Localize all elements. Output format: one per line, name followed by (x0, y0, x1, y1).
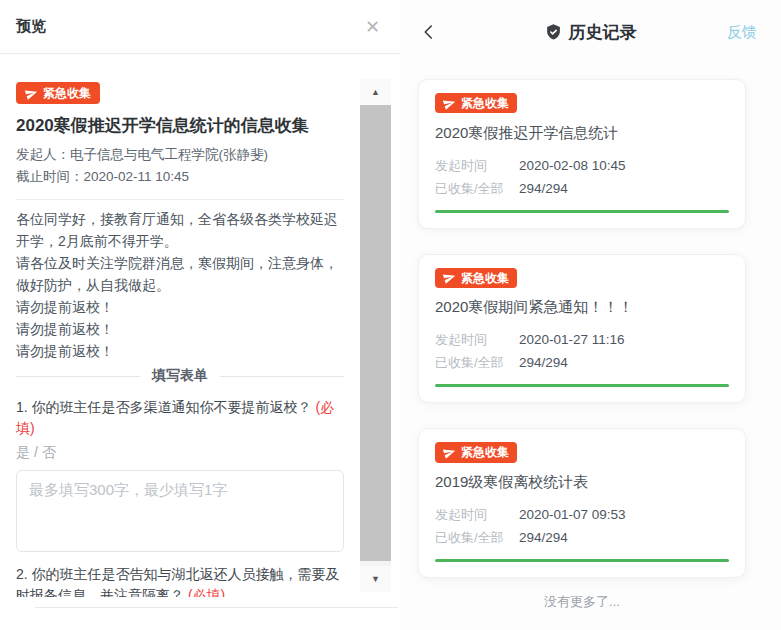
no-more-text: 没有更多了... (418, 593, 746, 611)
collected-label: 已收集/全部 (435, 354, 519, 372)
send-plane-icon (441, 270, 457, 286)
form-title: 2020寒假推迟开学信息统计的信息收集 (16, 115, 344, 137)
card-meta: 发起时间 2020-01-07 09:53 已收集/全部 294/294 (435, 506, 729, 547)
urgent-collect-badge: 紧急收集 (435, 442, 517, 462)
urgent-collect-badge: 紧急收集 (435, 93, 517, 113)
send-plane-icon (441, 95, 457, 111)
history-card[interactable]: 紧急收集 2020寒假期间紧急通知！！！ 发起时间 2020-01-27 11:… (418, 254, 746, 404)
deadline-value: 2020-02-11 10:45 (84, 169, 190, 184)
initiator-row: 发起人：电子信息与电气工程学院(张静斐) (16, 146, 344, 164)
urgent-badge-label: 紧急收集 (461, 96, 509, 110)
shield-check-icon (545, 24, 562, 41)
form-section-title: 填写表单 (152, 367, 208, 385)
question-1-answer-textarea[interactable] (16, 470, 344, 552)
divider-line-right (220, 376, 344, 377)
question-1-text: 1. 你的班主任是否多渠道通知你不要提前返校？ (必填) (16, 397, 344, 439)
collected-row: 已收集/全部 294/294 (435, 529, 729, 547)
card-title: 2020寒假期间紧急通知！！！ (435, 298, 729, 317)
history-card[interactable]: 紧急收集 2019级寒假离校统计表 发起时间 2020-01-07 09:53 … (418, 428, 746, 578)
chevron-left-icon (420, 23, 438, 41)
form-section-divider: 填写表单 (16, 367, 344, 385)
history-card-list: 紧急收集 2020寒假推迟开学信息统计 发起时间 2020-02-08 10:4… (400, 64, 781, 611)
history-title-wrap: 历史记录 (545, 21, 637, 44)
scroll-down-icon[interactable]: ▼ (360, 566, 391, 592)
history-title: 历史记录 (569, 21, 637, 44)
start-time-label: 发起时间 (435, 331, 519, 349)
question-2-required-tag: (必填) (188, 587, 225, 597)
collected-value: 294/294 (519, 355, 568, 370)
urgent-collect-badge: 紧急收集 (435, 268, 517, 288)
collected-label: 已收集/全部 (435, 529, 519, 547)
close-icon[interactable]: ✕ (365, 18, 380, 36)
history-panel: 历史记录 反馈 紧急收集 2020寒假推迟开学信息统计 发起时间 2020-02… (400, 0, 781, 630)
question-2: 2. 你的班主任是否告知与湖北返还人员接触，需要及时报备信息，并注意隔离？ (必… (16, 564, 344, 597)
initiator-label: 发起人： (16, 147, 70, 162)
history-header: 历史记录 反馈 (400, 0, 781, 64)
card-meta: 发起时间 2020-02-08 10:45 已收集/全部 294/294 (435, 157, 729, 198)
question-1-label: 1. 你的班主任是否多渠道通知你不要提前返校？ (16, 399, 312, 415)
preview-title: 预览 (16, 17, 46, 36)
urgent-badge-label: 紧急收集 (461, 445, 509, 459)
preview-panel: 预览 ✕ 紧急收集 2020寒假推迟开学信息统计的信息收集 发起人：电子信息与电… (0, 0, 400, 630)
question-1: 1. 你的班主任是否多渠道通知你不要提前返校？ (必填) 是 / 否 (16, 397, 344, 552)
start-time-label: 发起时间 (435, 506, 519, 524)
feedback-link[interactable]: 反馈 (727, 23, 757, 42)
card-title: 2020寒假推迟开学信息统计 (435, 124, 729, 143)
initiator-value: 电子信息与电气工程学院(张静斐) (70, 147, 268, 162)
start-time-row: 发起时间 2020-02-08 10:45 (435, 157, 729, 175)
card-meta: 发起时间 2020-01-27 11:16 已收集/全部 294/294 (435, 331, 729, 372)
urgent-collect-badge: 紧急收集 (16, 82, 100, 104)
back-button[interactable] (420, 23, 438, 41)
progress-bar (435, 559, 729, 562)
collected-value: 294/294 (519, 181, 568, 196)
question-1-options-hint: 是 / 否 (16, 444, 344, 462)
preview-header: 预览 ✕ (0, 0, 400, 54)
send-plane-icon (23, 85, 39, 101)
start-time-value: 2020-01-07 09:53 (519, 507, 626, 522)
question-2-text: 2. 你的班主任是否告知与湖北返还人员接触，需要及时报备信息，并注意隔离？ (必… (16, 564, 344, 597)
notice-description: 各位同学好，接教育厅通知，全省各级各类学校延迟开学，2月底前不得开学。 请各位及… (16, 208, 344, 362)
start-time-row: 发起时间 2020-01-07 09:53 (435, 506, 729, 524)
send-plane-icon (441, 444, 457, 460)
scroll-up-icon[interactable]: ▲ (360, 79, 391, 105)
collected-row: 已收集/全部 294/294 (435, 180, 729, 198)
preview-scroll-area[interactable]: 紧急收集 2020寒假推迟开学信息统计的信息收集 发起人：电子信息与电气工程学院… (0, 55, 360, 597)
progress-bar (435, 384, 729, 387)
progress-bar (435, 210, 729, 213)
question-2-label: 2. 你的班主任是否告知与湖北返还人员接触，需要及时报备信息，并注意隔离？ (16, 566, 340, 597)
start-time-label: 发起时间 (435, 157, 519, 175)
start-time-value: 2020-01-27 11:16 (519, 332, 625, 347)
start-time-row: 发起时间 2020-01-27 11:16 (435, 331, 729, 349)
collected-label: 已收集/全部 (435, 180, 519, 198)
start-time-value: 2020-02-08 10:45 (519, 158, 626, 173)
deadline-row: 截止时间：2020-02-11 10:45 (16, 168, 344, 186)
history-card[interactable]: 紧急收集 2020寒假推迟开学信息统计 发起时间 2020-02-08 10:4… (418, 79, 746, 229)
urgent-badge-label: 紧急收集 (461, 271, 509, 285)
collected-value: 294/294 (519, 530, 568, 545)
deadline-label: 截止时间： (16, 169, 84, 184)
collected-row: 已收集/全部 294/294 (435, 354, 729, 372)
scrollbar-thumb[interactable] (360, 105, 391, 561)
scrollbar[interactable]: ▲ ▼ (360, 79, 391, 592)
card-title: 2019级寒假离校统计表 (435, 473, 729, 492)
footer-divider (35, 607, 398, 608)
urgent-badge-label: 紧急收集 (43, 86, 91, 100)
divider-line-left (16, 376, 140, 377)
content-divider (16, 199, 344, 200)
